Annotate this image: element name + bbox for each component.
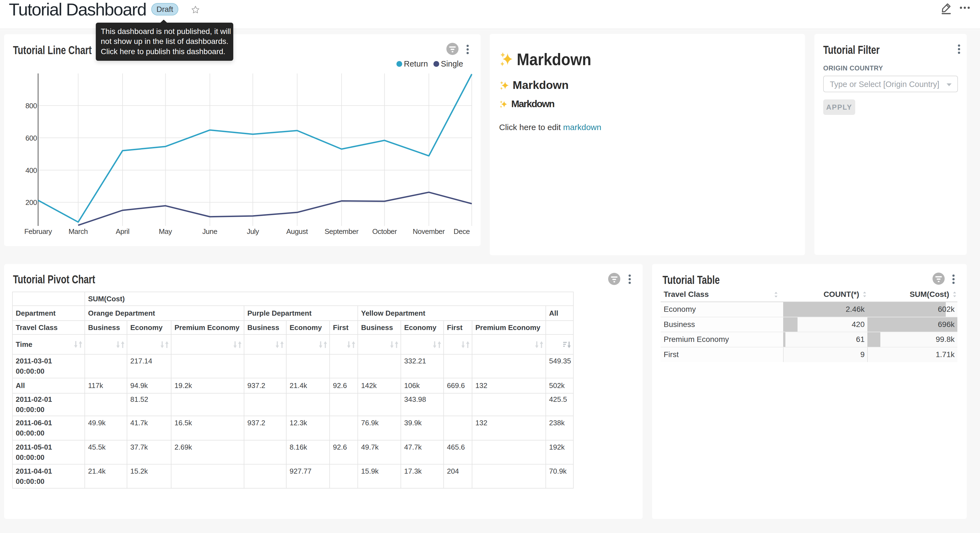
svg-text:April: April xyxy=(116,227,129,236)
svg-text:August: August xyxy=(286,227,308,236)
svg-text:July: July xyxy=(247,227,259,236)
svg-text:March: March xyxy=(68,227,88,236)
svg-text:Dece: Dece xyxy=(453,227,470,236)
svg-text:800: 800 xyxy=(25,102,37,110)
svg-text:June: June xyxy=(202,227,217,236)
svg-text:200: 200 xyxy=(25,198,37,207)
svg-text:October: October xyxy=(372,227,397,236)
svg-text:September: September xyxy=(325,227,359,236)
svg-text:400: 400 xyxy=(25,166,37,174)
svg-text:November: November xyxy=(413,227,445,236)
svg-text:February: February xyxy=(24,227,52,236)
svg-text:600: 600 xyxy=(25,134,37,142)
svg-text:May: May xyxy=(159,227,172,236)
